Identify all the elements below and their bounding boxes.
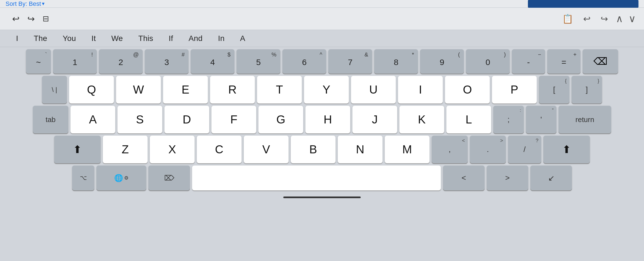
return-label: return	[575, 115, 594, 124]
key-globe[interactable]: 🌐 ⚙	[96, 166, 146, 190]
suggestion-In[interactable]: In	[210, 31, 232, 46]
toolbar-right: 📋 ↩ ↪ ∧ ∨	[560, 11, 636, 26]
key-E[interactable]: E	[163, 76, 208, 104]
key-8-primary: 8	[394, 58, 399, 67]
globe-icon: 🌐	[114, 174, 123, 182]
key-Q[interactable]: Q	[69, 76, 114, 104]
suggestion-And[interactable]: And	[181, 31, 210, 46]
key-backslash[interactable]: \ |	[42, 76, 67, 104]
key-8[interactable]: 8 *	[374, 49, 418, 74]
key-shift-right[interactable]: ⬆	[543, 136, 590, 163]
key-U[interactable]: U	[351, 76, 396, 104]
key-comma[interactable]: , <	[432, 136, 468, 163]
key-K[interactable]: K	[399, 106, 444, 133]
zxcv-row: ⬆ Z X C V B N M , < . > / ? ⬆	[3, 136, 641, 163]
key-tilde[interactable]: ~ `	[26, 49, 51, 74]
key-9[interactable]: 9 (	[420, 49, 464, 74]
key-slash[interactable]: / ?	[508, 136, 541, 163]
key-D[interactable]: D	[164, 106, 209, 133]
key-tilde-secondary: `	[45, 51, 47, 58]
key-O[interactable]: O	[445, 76, 490, 104]
chevron-up-icon[interactable]: ∧	[616, 13, 623, 25]
sort-chevron[interactable]: ▼	[41, 1, 45, 6]
key-fn[interactable]: ⌥	[72, 166, 94, 190]
key-minus-secondary: −	[538, 51, 541, 58]
arrow-right-icon: >	[505, 174, 510, 182]
top-right-button[interactable]	[528, 0, 638, 8]
key-return[interactable]: return	[559, 106, 611, 133]
key-delete-word[interactable]: ⌦	[148, 166, 190, 190]
key-arrow-left[interactable]: <	[443, 166, 485, 190]
key-M[interactable]: M	[385, 136, 430, 163]
key-L[interactable]: L	[446, 106, 491, 133]
key-minus-primary: -	[527, 58, 530, 67]
key-6[interactable]: 6 ^	[282, 49, 326, 74]
key-0-primary: 0	[486, 58, 490, 67]
suggestion-It[interactable]: It	[84, 31, 104, 46]
key-G[interactable]: G	[258, 106, 303, 133]
key-P[interactable]: P	[492, 76, 537, 104]
suggestion-This[interactable]: This	[131, 31, 161, 46]
fn-label: ⌥	[80, 174, 87, 182]
key-T[interactable]: T	[257, 76, 302, 104]
suggestion-The[interactable]: The	[26, 31, 55, 46]
suggestion-A[interactable]: A	[232, 31, 253, 46]
key-shift-left[interactable]: ⬆	[54, 136, 101, 163]
suggestion-You[interactable]: You	[55, 31, 84, 46]
key-2[interactable]: 2 @	[99, 49, 143, 74]
key-W[interactable]: W	[116, 76, 161, 104]
key-X[interactable]: X	[150, 136, 195, 163]
key-S[interactable]: S	[117, 106, 162, 133]
key-tab[interactable]: tab	[33, 106, 68, 133]
key-Y[interactable]: Y	[304, 76, 349, 104]
key-9-primary: 9	[440, 58, 444, 67]
key-3[interactable]: 3 #	[145, 49, 189, 74]
bottom-row: ⌥ 🌐 ⚙ ⌦ < > ↙	[3, 166, 641, 190]
key-9-secondary: (	[458, 51, 460, 58]
key-equals[interactable]: = +	[547, 49, 580, 74]
key-A[interactable]: A	[70, 106, 115, 133]
undo-right-button[interactable]: ↩	[581, 11, 593, 26]
key-C[interactable]: C	[197, 136, 242, 163]
chevron-down-icon[interactable]: ∨	[629, 13, 636, 25]
redo-right-button[interactable]: ↪	[598, 11, 610, 26]
suggestion-We[interactable]: We	[104, 31, 131, 46]
key-F[interactable]: F	[211, 106, 256, 133]
key-space[interactable]	[192, 166, 441, 190]
key-R[interactable]: R	[210, 76, 255, 104]
suggestion-I[interactable]: I	[8, 31, 26, 46]
key-5-secondary: %	[271, 51, 276, 58]
key-0[interactable]: 0 )	[466, 49, 510, 74]
key-I[interactable]: I	[398, 76, 443, 104]
key-J[interactable]: J	[352, 106, 397, 133]
key-arrow-right[interactable]: >	[487, 166, 528, 190]
key-V[interactable]: V	[244, 136, 289, 163]
backspace-key[interactable]: ⌫	[583, 49, 618, 74]
undo-button[interactable]: ↩	[8, 11, 23, 26]
suggestion-If[interactable]: If	[161, 31, 181, 46]
key-B[interactable]: B	[291, 136, 336, 163]
sort-label[interactable]: Sort By: Best	[6, 0, 41, 7]
key-period[interactable]: . >	[470, 136, 506, 163]
key-arrow-down-enter[interactable]: ↙	[530, 166, 572, 190]
key-7[interactable]: 7 &	[328, 49, 372, 74]
key-close-bracket[interactable]: ] }	[572, 76, 602, 104]
key-5[interactable]: 5 %	[237, 49, 280, 74]
key-H[interactable]: H	[305, 106, 350, 133]
key-minus[interactable]: - −	[512, 49, 545, 74]
key-4[interactable]: 4 $	[191, 49, 234, 74]
key-open-bracket[interactable]: [ {	[539, 76, 569, 104]
clipboard-button[interactable]: ⊟	[39, 12, 53, 25]
paste-icon-button[interactable]: 📋	[560, 11, 575, 26]
key-Z[interactable]: Z	[103, 136, 148, 163]
key-semicolon[interactable]: ; :	[493, 106, 524, 133]
globe-gear-icon: ⚙	[124, 175, 129, 181]
key-2-primary: 2	[119, 58, 123, 67]
key-quote[interactable]: ' "	[526, 106, 556, 133]
redo-button[interactable]: ↪	[23, 11, 39, 26]
toolbar-row: ↩ ↪ ⊟ 📋 ↩ ↪ ∧ ∨	[0, 8, 644, 30]
key-N[interactable]: N	[338, 136, 383, 163]
key-6-secondary: ^	[320, 51, 322, 58]
key-1[interactable]: 1 !	[53, 49, 97, 74]
arrow-left-icon: <	[462, 174, 466, 182]
